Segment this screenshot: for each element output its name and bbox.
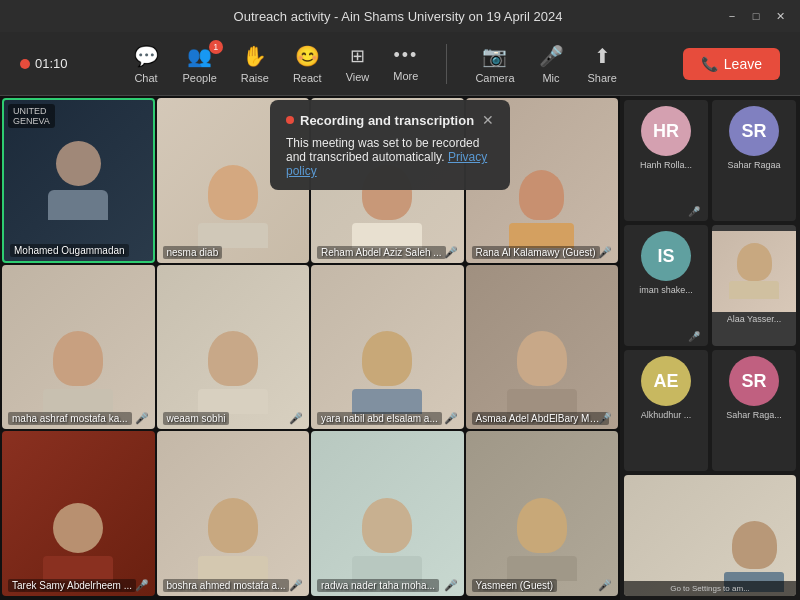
mic-indicator-9: 🎤: [135, 579, 149, 592]
mic-indicator-7: 🎤: [444, 412, 458, 425]
camera-button[interactable]: 📷 Camera: [475, 44, 514, 84]
avatar-name-is: iman shake...: [639, 285, 693, 295]
window-title: Outreach activity - Ain Shams University…: [72, 9, 724, 24]
participant-name-9: Tarek Samy Abdelrheem ...: [8, 579, 136, 592]
participant-name-8: Asmaa Adel AbdElBary Moha...: [472, 412, 609, 425]
avatar-mic-hr: 🎤: [688, 206, 700, 217]
popup-body: This meeting was set to be recorded and …: [286, 136, 494, 178]
mic-indicator-4: 🎤: [598, 246, 612, 259]
view-label: View: [346, 71, 370, 83]
mic-indicator-8: 🎤: [598, 412, 612, 425]
mic-indicator-3: 🎤: [444, 246, 458, 259]
maximize-button[interactable]: □: [748, 8, 764, 24]
more-button[interactable]: ••• More: [393, 45, 418, 82]
participant-name-12: Yasmeen (Guest): [472, 579, 558, 592]
participant-name-3: Reham Abdel Aziz Saleh ...: [317, 246, 446, 259]
avatar-cell-ae: AE Alkhudhur ...: [624, 350, 708, 471]
react-icon: 😊: [295, 44, 320, 68]
video-cell-8: Asmaa Adel AbdElBary Moha... 🎤: [466, 265, 619, 430]
avatar-name-ay: Alaa Yasser...: [727, 314, 782, 324]
mic-label: Mic: [542, 72, 559, 84]
avatar-cell-ay: Alaa Yasser...: [712, 225, 796, 346]
video-cell-6: weaam sobhi 🎤: [157, 265, 310, 430]
participant-name-6: weaam sobhi: [163, 412, 230, 425]
raise-button[interactable]: ✋ Raise: [241, 44, 269, 84]
camera-icon: 📷: [482, 44, 507, 68]
avatar-circle-ae: AE: [641, 356, 691, 406]
recording-indicator: [20, 59, 30, 69]
raise-icon: ✋: [242, 44, 267, 68]
avatar-circle-hr: HR: [641, 106, 691, 156]
avatar-name-ae: Alkhudhur ...: [641, 410, 692, 420]
people-badge: 1: [209, 40, 223, 54]
window-controls[interactable]: − □ ✕: [724, 8, 788, 24]
participant-name-1: Mohamed Ougammadan: [10, 244, 129, 257]
video-cell-1: UNITEDGENEVA Mohamed Ougammadan: [2, 98, 155, 263]
toolbar: 01:10 💬 Chat 👥 1 People ✋ Raise 😊 React …: [0, 32, 800, 96]
avatar-cell-sr1: SR Sahar Ragaa: [712, 100, 796, 221]
avatar-name-hr: Hanh Rolla...: [640, 160, 692, 170]
chat-label: Chat: [134, 72, 157, 84]
mic-indicator-11: 🎤: [444, 579, 458, 592]
video-cell-7: yara nabil abd elsalam a... 🎤: [311, 265, 464, 430]
mic-button[interactable]: 🎤 Mic: [539, 44, 564, 84]
avatar-mic-is: 🎤: [688, 331, 700, 342]
share-label: Share: [588, 72, 617, 84]
react-label: React: [293, 72, 322, 84]
chat-icon: 💬: [134, 44, 159, 68]
avatar-name-sr2: Sahar Raga...: [726, 410, 782, 420]
chat-button[interactable]: 💬 Chat: [134, 44, 159, 84]
view-icon: ⊞: [350, 45, 365, 67]
close-button[interactable]: ✕: [772, 8, 788, 24]
react-button[interactable]: 😊 React: [293, 44, 322, 84]
popup-header: Recording and transcription ✕: [286, 112, 494, 128]
last-cell-overlay: Go to Settings to am...: [624, 581, 796, 596]
avatar-cell-hr: HR Hanh Rolla... 🎤: [624, 100, 708, 221]
more-icon: •••: [393, 45, 418, 66]
mic-indicator-6: 🎤: [289, 412, 303, 425]
more-label: More: [393, 70, 418, 82]
avatar-circle-sr1: SR: [729, 106, 779, 156]
phone-icon: 📞: [701, 56, 718, 72]
notification-popup: Recording and transcription ✕ This meeti…: [270, 100, 510, 190]
share-icon: ⬆: [594, 44, 611, 68]
mic-indicator-5: 🎤: [135, 412, 149, 425]
video-cell-11: radwa nader taha moha... 🎤: [311, 431, 464, 596]
participant-name-4: Rana Al Kalamawy (Guest): [472, 246, 600, 259]
participant-name-10: boshra ahmed mostafa a...: [163, 579, 290, 592]
participant-name-11: radwa nader taha moha...: [317, 579, 439, 592]
avatar-circle-is: IS: [641, 231, 691, 281]
recording-dot-icon: [286, 116, 294, 124]
video-cell-9: Tarek Samy Abdelrheem ... 🎤: [2, 431, 155, 596]
participant-name-2: nesma diab: [163, 246, 223, 259]
participant-name-5: maha ashraf mostafa ka...: [8, 412, 132, 425]
avatar-cell-is: IS iman shake... 🎤: [624, 225, 708, 346]
minimize-button[interactable]: −: [724, 8, 740, 24]
avatar-circle-sr2: SR: [729, 356, 779, 406]
leave-label: Leave: [724, 56, 762, 72]
camera-label: Camera: [475, 72, 514, 84]
toolbar-divider: [446, 44, 447, 84]
popup-close-button[interactable]: ✕: [482, 112, 494, 128]
mic-indicator-10: 🎤: [289, 579, 303, 592]
participant-name-7: yara nabil abd elsalam a...: [317, 412, 442, 425]
video-cell-10: boshra ahmed mostafa a... 🎤: [157, 431, 310, 596]
right-panel: HR Hanh Rolla... 🎤 SR Sahar Ragaa IS ima…: [620, 96, 800, 600]
title-bar: Outreach activity - Ain Shams University…: [0, 0, 800, 32]
video-cell-5: maha ashraf mostafa ka... 🎤: [2, 265, 155, 430]
avatar-name-sr1: Sahar Ragaa: [727, 160, 780, 170]
avatar-cell-last: Go to Settings to am...: [624, 475, 796, 596]
raise-label: Raise: [241, 72, 269, 84]
mic-indicator-12: 🎤: [598, 579, 612, 592]
leave-button[interactable]: 📞 Leave: [683, 48, 780, 80]
mic-icon: 🎤: [539, 44, 564, 68]
toolbar-items: 💬 Chat 👥 1 People ✋ Raise 😊 React ⊞ View…: [134, 44, 617, 84]
people-label: People: [183, 72, 217, 84]
video-cell-12: Yasmeen (Guest) 🎤: [466, 431, 619, 596]
popup-title: Recording and transcription: [286, 113, 474, 128]
avatar-cell-sr2: SR Sahar Raga...: [712, 350, 796, 471]
people-button[interactable]: 👥 1 People: [183, 44, 217, 84]
view-button[interactable]: ⊞ View: [346, 45, 370, 83]
timer-display: 01:10: [35, 56, 68, 71]
share-button[interactable]: ⬆ Share: [588, 44, 617, 84]
